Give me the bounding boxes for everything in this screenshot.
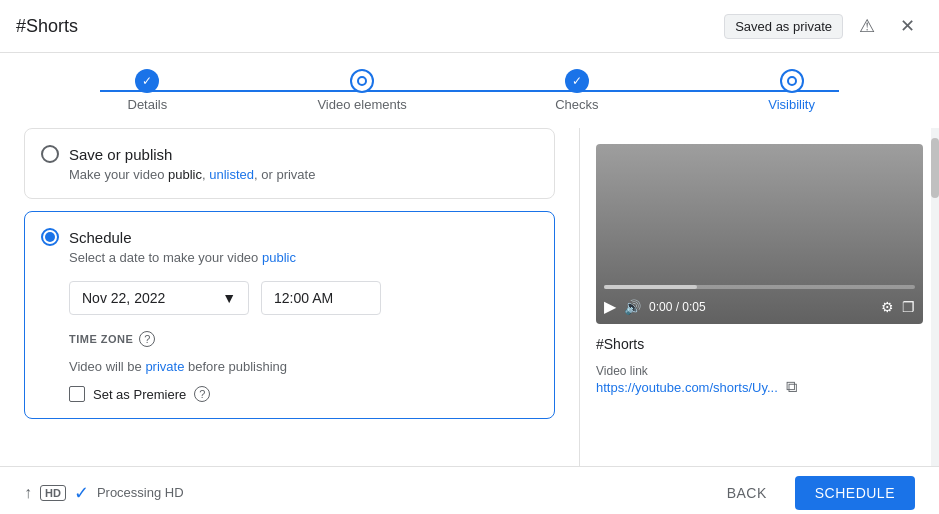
premiere-label: Set as Premiere [93, 387, 186, 402]
page-title: #Shorts [16, 16, 78, 37]
schedule-desc: Select a date to make your video public [69, 250, 538, 265]
hd-badge: HD [40, 485, 66, 501]
schedule-radio[interactable] [41, 228, 59, 246]
footer: ↑ HD ✓ Processing HD BACK SCHEDULE [0, 466, 939, 514]
desc-unlisted: unlisted [209, 167, 254, 182]
step-visibility-circle [780, 69, 804, 93]
save-publish-radio[interactable] [41, 145, 59, 163]
schedule-card: Schedule Select a date to make your vide… [24, 211, 555, 419]
timezone-help-icon[interactable]: ? [139, 331, 155, 347]
alert-button[interactable]: ⚠ [851, 10, 883, 42]
right-panel: ▶ 🔊 0:00 / 0:05 ⚙ ❐ #Shorts Video link h… [580, 128, 939, 466]
timezone-label: TIME ZONE [69, 333, 133, 345]
schedule-button[interactable]: SCHEDULE [795, 476, 915, 510]
video-link-row: https://youtube.com/shorts/Uy... ⧉ [596, 378, 923, 396]
stepper: ✓ Details Video elements ✓ Checks Visibi… [0, 53, 939, 128]
step-visibility-label: Visibility [768, 97, 815, 112]
desc-or: , or [254, 167, 276, 182]
video-title: #Shorts [596, 336, 923, 352]
check-icon: ✓ [142, 74, 152, 88]
desc-text-1: Make your video [69, 167, 168, 182]
header: #Shorts Saved as private ⚠ ✕ [0, 0, 939, 53]
step-details-circle: ✓ [135, 69, 159, 93]
video-link[interactable]: https://youtube.com/shorts/Uy... [596, 380, 778, 395]
schedule-desc-text: Select a date to make your video [69, 250, 262, 265]
left-panel: Save or publish Make your video public, … [0, 128, 580, 466]
premiere-checkbox[interactable] [69, 386, 85, 402]
processing-text: Processing HD [97, 485, 184, 500]
close-button[interactable]: ✕ [891, 10, 923, 42]
step-checks-label: Checks [555, 97, 598, 112]
help-text: ? [199, 388, 205, 400]
footer-left: ↑ HD ✓ Processing HD [24, 482, 184, 504]
settings-icon[interactable]: ⚙ [881, 299, 894, 315]
volume-icon[interactable]: 🔊 [624, 299, 641, 315]
video-preview[interactable]: ▶ 🔊 0:00 / 0:05 ⚙ ❐ [596, 144, 923, 324]
save-publish-header: Save or publish [41, 145, 538, 163]
save-publish-card: Save or publish Make your video public, … [24, 128, 555, 199]
step-visibility[interactable]: Visibility [684, 69, 899, 112]
schedule-title: Schedule [69, 229, 132, 246]
chevron-down-icon: ▼ [222, 290, 236, 306]
help-text: ? [144, 333, 150, 345]
step-checks-circle: ✓ [565, 69, 589, 93]
schedule-header: Schedule [41, 228, 538, 246]
desc-private: private [276, 167, 315, 182]
private-note-start: Video will be [69, 359, 145, 374]
private-keyword: private [145, 359, 184, 374]
check-icon: ✓ [572, 74, 582, 88]
time-display: 0:00 / 0:05 [649, 300, 873, 314]
play-icon[interactable]: ▶ [604, 297, 616, 316]
copy-icon[interactable]: ⧉ [786, 378, 797, 396]
upload-icon: ↑ [24, 484, 32, 502]
video-link-label: Video link [596, 364, 923, 378]
time-input[interactable] [261, 281, 381, 315]
schedule-date-time-row: Nov 22, 2022 ▼ [69, 281, 538, 315]
scrollbar-thumb[interactable] [931, 138, 939, 198]
premiere-row: Set as Premiere ? [69, 386, 538, 402]
premiere-help-icon[interactable]: ? [194, 386, 210, 402]
step-checks[interactable]: ✓ Checks [470, 69, 685, 112]
step-details-label: Details [128, 97, 168, 112]
check-circle-icon: ✓ [74, 482, 89, 504]
timezone-row: TIME ZONE ? [69, 331, 538, 347]
save-publish-desc: Make your video public, unlisted, or pri… [69, 167, 538, 182]
date-selector[interactable]: Nov 22, 2022 ▼ [69, 281, 249, 315]
main-content: Save or publish Make your video public, … [0, 128, 939, 466]
step-details[interactable]: ✓ Details [40, 69, 255, 112]
private-note: Video will be private before publishing [69, 359, 538, 374]
footer-right: BACK SCHEDULE [711, 476, 915, 510]
selected-date: Nov 22, 2022 [82, 290, 165, 306]
desc-public: public [168, 167, 202, 182]
schedule-body: Nov 22, 2022 ▼ TIME ZONE ? Video will be… [69, 281, 538, 402]
saved-status-badge: Saved as private [724, 14, 843, 39]
back-button[interactable]: BACK [711, 477, 783, 509]
schedule-public-text: public [262, 250, 296, 265]
progress-bar-container [604, 285, 915, 289]
scrollbar-track [931, 128, 939, 466]
save-publish-title: Save or publish [69, 146, 172, 163]
step-video-elements-label: Video elements [317, 97, 406, 112]
video-link-section: Video link https://youtube.com/shorts/Uy… [596, 364, 923, 396]
progress-bar-fill [604, 285, 697, 289]
step-video-elements[interactable]: Video elements [255, 69, 470, 112]
private-note-end: before publishing [184, 359, 287, 374]
radio-inner [45, 232, 55, 242]
fullscreen-icon[interactable]: ❐ [902, 299, 915, 315]
header-actions: Saved as private ⚠ ✕ [724, 10, 923, 42]
step-video-elements-circle [350, 69, 374, 93]
video-controls: ▶ 🔊 0:00 / 0:05 ⚙ ❐ [596, 293, 923, 324]
